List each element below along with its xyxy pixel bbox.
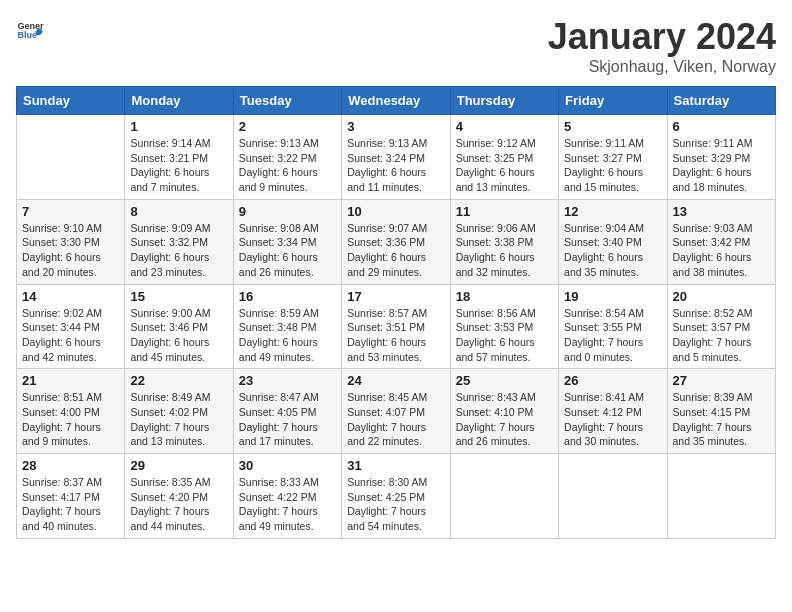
calendar-cell: 7Sunrise: 9:10 AM Sunset: 3:30 PM Daylig… <box>17 199 125 284</box>
calendar-cell: 24Sunrise: 8:45 AM Sunset: 4:07 PM Dayli… <box>342 369 450 454</box>
day-info: Sunrise: 9:09 AM Sunset: 3:32 PM Dayligh… <box>130 221 227 280</box>
logo: General Blue <box>16 16 44 44</box>
day-number: 29 <box>130 458 227 473</box>
day-number: 11 <box>456 204 553 219</box>
day-info: Sunrise: 8:33 AM Sunset: 4:22 PM Dayligh… <box>239 475 336 534</box>
calendar-cell <box>667 454 775 539</box>
col-tuesday: Tuesday <box>233 87 341 115</box>
calendar-cell: 14Sunrise: 9:02 AM Sunset: 3:44 PM Dayli… <box>17 284 125 369</box>
day-number: 3 <box>347 119 444 134</box>
calendar-cell: 26Sunrise: 8:41 AM Sunset: 4:12 PM Dayli… <box>559 369 667 454</box>
day-number: 1 <box>130 119 227 134</box>
day-number: 5 <box>564 119 661 134</box>
calendar-cell: 15Sunrise: 9:00 AM Sunset: 3:46 PM Dayli… <box>125 284 233 369</box>
calendar-cell: 8Sunrise: 9:09 AM Sunset: 3:32 PM Daylig… <box>125 199 233 284</box>
day-number: 17 <box>347 289 444 304</box>
day-number: 27 <box>673 373 770 388</box>
calendar-cell <box>559 454 667 539</box>
col-wednesday: Wednesday <box>342 87 450 115</box>
day-info: Sunrise: 8:57 AM Sunset: 3:51 PM Dayligh… <box>347 306 444 365</box>
day-number: 13 <box>673 204 770 219</box>
calendar-cell: 11Sunrise: 9:06 AM Sunset: 3:38 PM Dayli… <box>450 199 558 284</box>
calendar-cell: 21Sunrise: 8:51 AM Sunset: 4:00 PM Dayli… <box>17 369 125 454</box>
col-saturday: Saturday <box>667 87 775 115</box>
day-info: Sunrise: 8:43 AM Sunset: 4:10 PM Dayligh… <box>456 390 553 449</box>
day-info: Sunrise: 9:10 AM Sunset: 3:30 PM Dayligh… <box>22 221 119 280</box>
day-number: 24 <box>347 373 444 388</box>
day-number: 26 <box>564 373 661 388</box>
calendar-cell: 23Sunrise: 8:47 AM Sunset: 4:05 PM Dayli… <box>233 369 341 454</box>
calendar-cell: 4Sunrise: 9:12 AM Sunset: 3:25 PM Daylig… <box>450 115 558 200</box>
day-info: Sunrise: 8:56 AM Sunset: 3:53 PM Dayligh… <box>456 306 553 365</box>
calendar-cell: 19Sunrise: 8:54 AM Sunset: 3:55 PM Dayli… <box>559 284 667 369</box>
page-header: General Blue January 2024 Skjonhaug, Vik… <box>16 16 776 76</box>
calendar-cell: 6Sunrise: 9:11 AM Sunset: 3:29 PM Daylig… <box>667 115 775 200</box>
col-sunday: Sunday <box>17 87 125 115</box>
day-number: 23 <box>239 373 336 388</box>
calendar-cell: 30Sunrise: 8:33 AM Sunset: 4:22 PM Dayli… <box>233 454 341 539</box>
day-info: Sunrise: 9:06 AM Sunset: 3:38 PM Dayligh… <box>456 221 553 280</box>
calendar-cell: 1Sunrise: 9:14 AM Sunset: 3:21 PM Daylig… <box>125 115 233 200</box>
day-number: 16 <box>239 289 336 304</box>
calendar-cell: 29Sunrise: 8:35 AM Sunset: 4:20 PM Dayli… <box>125 454 233 539</box>
calendar-week-5: 28Sunrise: 8:37 AM Sunset: 4:17 PM Dayli… <box>17 454 776 539</box>
day-info: Sunrise: 8:37 AM Sunset: 4:17 PM Dayligh… <box>22 475 119 534</box>
day-info: Sunrise: 8:52 AM Sunset: 3:57 PM Dayligh… <box>673 306 770 365</box>
day-info: Sunrise: 8:41 AM Sunset: 4:12 PM Dayligh… <box>564 390 661 449</box>
calendar-cell: 10Sunrise: 9:07 AM Sunset: 3:36 PM Dayli… <box>342 199 450 284</box>
day-number: 10 <box>347 204 444 219</box>
calendar-week-1: 1Sunrise: 9:14 AM Sunset: 3:21 PM Daylig… <box>17 115 776 200</box>
day-info: Sunrise: 9:07 AM Sunset: 3:36 PM Dayligh… <box>347 221 444 280</box>
day-info: Sunrise: 9:12 AM Sunset: 3:25 PM Dayligh… <box>456 136 553 195</box>
day-info: Sunrise: 9:00 AM Sunset: 3:46 PM Dayligh… <box>130 306 227 365</box>
calendar-cell: 18Sunrise: 8:56 AM Sunset: 3:53 PM Dayli… <box>450 284 558 369</box>
calendar-cell: 25Sunrise: 8:43 AM Sunset: 4:10 PM Dayli… <box>450 369 558 454</box>
calendar-cell: 20Sunrise: 8:52 AM Sunset: 3:57 PM Dayli… <box>667 284 775 369</box>
day-number: 19 <box>564 289 661 304</box>
day-info: Sunrise: 9:04 AM Sunset: 3:40 PM Dayligh… <box>564 221 661 280</box>
calendar-cell: 2Sunrise: 9:13 AM Sunset: 3:22 PM Daylig… <box>233 115 341 200</box>
calendar-cell: 9Sunrise: 9:08 AM Sunset: 3:34 PM Daylig… <box>233 199 341 284</box>
day-number: 18 <box>456 289 553 304</box>
day-number: 9 <box>239 204 336 219</box>
day-info: Sunrise: 8:47 AM Sunset: 4:05 PM Dayligh… <box>239 390 336 449</box>
day-number: 6 <box>673 119 770 134</box>
day-number: 12 <box>564 204 661 219</box>
day-number: 4 <box>456 119 553 134</box>
calendar-week-2: 7Sunrise: 9:10 AM Sunset: 3:30 PM Daylig… <box>17 199 776 284</box>
day-number: 15 <box>130 289 227 304</box>
calendar-cell: 17Sunrise: 8:57 AM Sunset: 3:51 PM Dayli… <box>342 284 450 369</box>
calendar-week-4: 21Sunrise: 8:51 AM Sunset: 4:00 PM Dayli… <box>17 369 776 454</box>
day-number: 14 <box>22 289 119 304</box>
day-info: Sunrise: 8:59 AM Sunset: 3:48 PM Dayligh… <box>239 306 336 365</box>
header-row: Sunday Monday Tuesday Wednesday Thursday… <box>17 87 776 115</box>
calendar-cell <box>17 115 125 200</box>
day-number: 25 <box>456 373 553 388</box>
day-info: Sunrise: 8:51 AM Sunset: 4:00 PM Dayligh… <box>22 390 119 449</box>
calendar-cell: 3Sunrise: 9:13 AM Sunset: 3:24 PM Daylig… <box>342 115 450 200</box>
calendar-cell: 22Sunrise: 8:49 AM Sunset: 4:02 PM Dayli… <box>125 369 233 454</box>
calendar-title: January 2024 <box>548 16 776 58</box>
day-number: 21 <box>22 373 119 388</box>
day-info: Sunrise: 9:03 AM Sunset: 3:42 PM Dayligh… <box>673 221 770 280</box>
logo-icon: General Blue <box>16 16 44 44</box>
day-info: Sunrise: 9:14 AM Sunset: 3:21 PM Dayligh… <box>130 136 227 195</box>
calendar-table: Sunday Monday Tuesday Wednesday Thursday… <box>16 86 776 539</box>
col-thursday: Thursday <box>450 87 558 115</box>
day-info: Sunrise: 8:54 AM Sunset: 3:55 PM Dayligh… <box>564 306 661 365</box>
calendar-cell: 12Sunrise: 9:04 AM Sunset: 3:40 PM Dayli… <box>559 199 667 284</box>
calendar-cell: 31Sunrise: 8:30 AM Sunset: 4:25 PM Dayli… <box>342 454 450 539</box>
day-info: Sunrise: 9:11 AM Sunset: 3:29 PM Dayligh… <box>673 136 770 195</box>
day-info: Sunrise: 8:35 AM Sunset: 4:20 PM Dayligh… <box>130 475 227 534</box>
title-area: January 2024 Skjonhaug, Viken, Norway <box>548 16 776 76</box>
day-number: 7 <box>22 204 119 219</box>
calendar-cell: 28Sunrise: 8:37 AM Sunset: 4:17 PM Dayli… <box>17 454 125 539</box>
day-info: Sunrise: 9:11 AM Sunset: 3:27 PM Dayligh… <box>564 136 661 195</box>
day-info: Sunrise: 9:13 AM Sunset: 3:22 PM Dayligh… <box>239 136 336 195</box>
day-number: 31 <box>347 458 444 473</box>
day-info: Sunrise: 9:02 AM Sunset: 3:44 PM Dayligh… <box>22 306 119 365</box>
col-friday: Friday <box>559 87 667 115</box>
day-number: 20 <box>673 289 770 304</box>
day-info: Sunrise: 8:45 AM Sunset: 4:07 PM Dayligh… <box>347 390 444 449</box>
calendar-week-3: 14Sunrise: 9:02 AM Sunset: 3:44 PM Dayli… <box>17 284 776 369</box>
